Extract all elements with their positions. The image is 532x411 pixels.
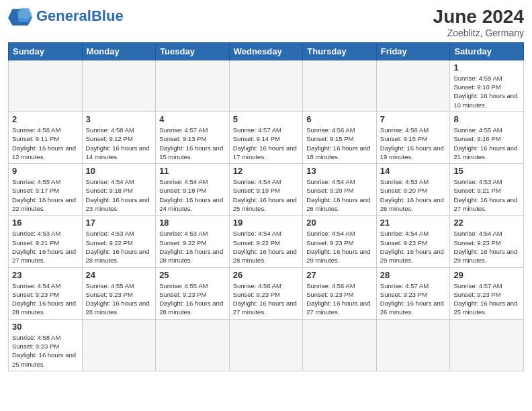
calendar-cell — [9, 60, 83, 111]
calendar-cell: 2Sunrise: 4:58 AM Sunset: 9:11 PM Daylig… — [9, 111, 83, 163]
day-info: Sunrise: 4:57 AM Sunset: 9:23 PM Dayligh… — [453, 281, 520, 317]
calendar-header-row: SundayMondayTuesdayWednesdayThursdayFrid… — [9, 42, 524, 60]
calendar-cell: 24Sunrise: 4:55 AM Sunset: 9:23 PM Dayli… — [82, 267, 156, 319]
calendar-cell: 6Sunrise: 4:56 AM Sunset: 9:15 PM Daylig… — [303, 111, 377, 163]
day-info: Sunrise: 4:54 AM Sunset: 9:23 PM Dayligh… — [453, 229, 520, 265]
day-info: Sunrise: 4:59 AM Sunset: 9:10 PM Dayligh… — [453, 74, 520, 109]
day-info: Sunrise: 4:54 AM Sunset: 9:20 PM Dayligh… — [306, 177, 373, 213]
calendar-cell: 26Sunrise: 4:56 AM Sunset: 9:23 PM Dayli… — [229, 267, 303, 319]
col-header-thursday: Thursday — [303, 42, 377, 60]
day-info: Sunrise: 4:54 AM Sunset: 9:23 PM Dayligh… — [306, 229, 373, 265]
day-info: Sunrise: 4:56 AM Sunset: 9:15 PM Dayligh… — [306, 126, 373, 161]
calendar-cell: 13Sunrise: 4:54 AM Sunset: 9:20 PM Dayli… — [303, 164, 377, 216]
col-header-saturday: Saturday — [450, 42, 524, 60]
day-info: Sunrise: 4:55 AM Sunset: 9:23 PM Dayligh… — [86, 281, 152, 317]
calendar-cell: 30Sunrise: 4:58 AM Sunset: 9:23 PM Dayli… — [9, 319, 83, 371]
day-number: 8 — [453, 114, 520, 124]
calendar-cell — [229, 319, 303, 371]
title-block: June 2024 Zoeblitz, Germany — [433, 7, 524, 38]
day-info: Sunrise: 4:54 AM Sunset: 9:18 PM Dayligh… — [86, 177, 152, 213]
week-row-3: 16Sunrise: 4:53 AM Sunset: 9:21 PM Dayli… — [9, 216, 524, 267]
month-title: June 2024 — [433, 7, 524, 28]
calendar-cell — [303, 60, 377, 111]
calendar-cell: 15Sunrise: 4:53 AM Sunset: 9:21 PM Dayli… — [450, 164, 524, 216]
week-row-5: 30Sunrise: 4:58 AM Sunset: 9:23 PM Dayli… — [9, 319, 524, 371]
day-info: Sunrise: 4:54 AM Sunset: 9:18 PM Dayligh… — [159, 177, 226, 213]
day-info: Sunrise: 4:58 AM Sunset: 9:23 PM Dayligh… — [12, 333, 79, 369]
day-number: 12 — [233, 166, 300, 176]
col-header-sunday: Sunday — [9, 42, 83, 60]
calendar-cell: 4Sunrise: 4:57 AM Sunset: 9:13 PM Daylig… — [156, 111, 230, 163]
day-info: Sunrise: 4:53 AM Sunset: 9:22 PM Dayligh… — [159, 229, 226, 265]
day-number: 16 — [12, 218, 79, 228]
day-number: 13 — [306, 166, 373, 176]
day-info: Sunrise: 4:58 AM Sunset: 9:11 PM Dayligh… — [12, 126, 79, 161]
day-number: 21 — [380, 218, 447, 228]
day-number: 29 — [453, 270, 520, 280]
day-number: 24 — [86, 270, 152, 280]
calendar-cell: 11Sunrise: 4:54 AM Sunset: 9:18 PM Dayli… — [156, 164, 230, 216]
day-number: 26 — [233, 270, 300, 280]
day-info: Sunrise: 4:53 AM Sunset: 9:22 PM Dayligh… — [86, 229, 152, 265]
day-info: Sunrise: 4:56 AM Sunset: 9:23 PM Dayligh… — [233, 281, 300, 317]
day-info: Sunrise: 4:54 AM Sunset: 9:19 PM Dayligh… — [233, 177, 300, 213]
day-number: 14 — [380, 166, 447, 176]
calendar: SundayMondayTuesdayWednesdayThursdayFrid… — [8, 42, 524, 371]
calendar-cell: 10Sunrise: 4:54 AM Sunset: 9:18 PM Dayli… — [82, 164, 156, 216]
day-number: 30 — [12, 322, 79, 332]
calendar-cell — [376, 60, 450, 111]
col-header-monday: Monday — [82, 42, 156, 60]
week-row-2: 9Sunrise: 4:55 AM Sunset: 9:17 PM Daylig… — [9, 164, 524, 216]
day-number: 20 — [306, 218, 373, 228]
calendar-cell — [303, 319, 377, 371]
day-number: 17 — [86, 218, 152, 228]
day-number: 23 — [12, 270, 79, 280]
calendar-cell: 8Sunrise: 4:55 AM Sunset: 9:16 PM Daylig… — [450, 111, 524, 163]
day-number: 10 — [86, 166, 152, 176]
calendar-cell — [82, 319, 156, 371]
col-header-wednesday: Wednesday — [229, 42, 303, 60]
calendar-cell — [376, 319, 450, 371]
col-header-friday: Friday — [376, 42, 450, 60]
day-info: Sunrise: 4:56 AM Sunset: 9:15 PM Dayligh… — [380, 126, 447, 161]
calendar-cell: 25Sunrise: 4:55 AM Sunset: 9:23 PM Dayli… — [156, 267, 230, 319]
calendar-cell: 28Sunrise: 4:57 AM Sunset: 9:23 PM Dayli… — [376, 267, 450, 319]
calendar-cell: 9Sunrise: 4:55 AM Sunset: 9:17 PM Daylig… — [9, 164, 83, 216]
calendar-cell — [156, 319, 230, 371]
day-info: Sunrise: 4:56 AM Sunset: 9:23 PM Dayligh… — [306, 281, 373, 317]
calendar-cell: 19Sunrise: 4:54 AM Sunset: 9:22 PM Dayli… — [229, 216, 303, 267]
day-info: Sunrise: 4:53 AM Sunset: 9:21 PM Dayligh… — [12, 229, 79, 265]
day-info: Sunrise: 4:55 AM Sunset: 9:23 PM Dayligh… — [159, 281, 226, 317]
calendar-cell: 5Sunrise: 4:57 AM Sunset: 9:14 PM Daylig… — [229, 111, 303, 163]
calendar-cell: 20Sunrise: 4:54 AM Sunset: 9:23 PM Dayli… — [303, 216, 377, 267]
header: GeneralBlue June 2024 Zoeblitz, Germany — [8, 7, 524, 38]
calendar-cell — [82, 60, 156, 111]
calendar-cell: 18Sunrise: 4:53 AM Sunset: 9:22 PM Dayli… — [156, 216, 230, 267]
day-number: 28 — [380, 270, 447, 280]
day-info: Sunrise: 4:57 AM Sunset: 9:23 PM Dayligh… — [380, 281, 447, 317]
day-info: Sunrise: 4:58 AM Sunset: 9:12 PM Dayligh… — [86, 126, 152, 161]
calendar-cell — [450, 319, 524, 371]
col-header-tuesday: Tuesday — [156, 42, 230, 60]
day-number: 5 — [233, 114, 300, 124]
day-info: Sunrise: 4:55 AM Sunset: 9:17 PM Dayligh… — [12, 177, 79, 213]
calendar-cell: 1Sunrise: 4:59 AM Sunset: 9:10 PM Daylig… — [450, 60, 524, 111]
calendar-cell: 12Sunrise: 4:54 AM Sunset: 9:19 PM Dayli… — [229, 164, 303, 216]
day-number: 4 — [159, 114, 226, 124]
day-number: 25 — [159, 270, 226, 280]
week-row-4: 23Sunrise: 4:54 AM Sunset: 9:23 PM Dayli… — [9, 267, 524, 319]
calendar-cell: 3Sunrise: 4:58 AM Sunset: 9:12 PM Daylig… — [82, 111, 156, 163]
day-number: 19 — [233, 218, 300, 228]
calendar-cell: 23Sunrise: 4:54 AM Sunset: 9:23 PM Dayli… — [9, 267, 83, 319]
week-row-0: 1Sunrise: 4:59 AM Sunset: 9:10 PM Daylig… — [9, 60, 524, 111]
day-info: Sunrise: 4:53 AM Sunset: 9:20 PM Dayligh… — [380, 177, 447, 213]
logo-text: GeneralBlue — [36, 9, 124, 24]
page: GeneralBlue June 2024 Zoeblitz, Germany … — [0, 0, 532, 378]
calendar-cell: 17Sunrise: 4:53 AM Sunset: 9:22 PM Dayli… — [82, 216, 156, 267]
day-number: 22 — [453, 218, 520, 228]
day-number: 3 — [86, 114, 152, 124]
day-number: 2 — [12, 114, 79, 124]
day-number: 6 — [306, 114, 373, 124]
calendar-cell: 7Sunrise: 4:56 AM Sunset: 9:15 PM Daylig… — [376, 111, 450, 163]
day-number: 15 — [453, 166, 520, 176]
